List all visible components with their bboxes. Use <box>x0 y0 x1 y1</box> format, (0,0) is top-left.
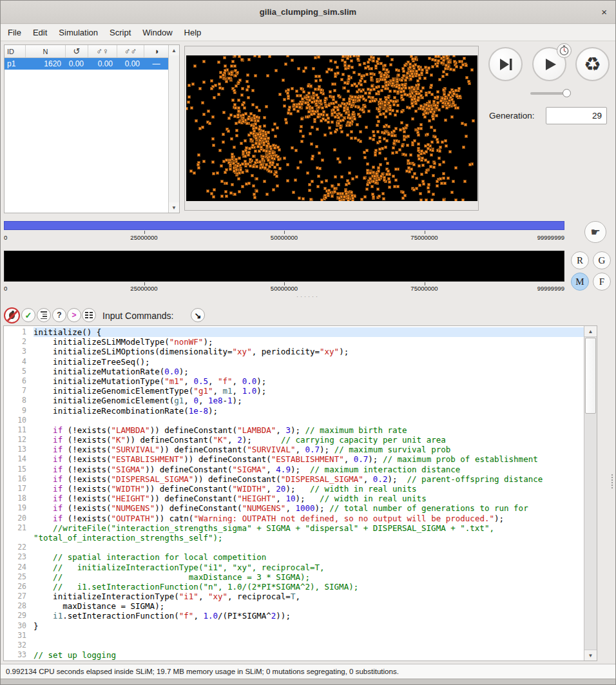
code-line[interactable]: "total_of_interaction_strengths_self"); <box>4 533 584 543</box>
column-header-id[interactable]: ID <box>5 45 26 57</box>
code-line[interactable]: 28 maxDistance = SIGMA); <box>4 601 584 611</box>
male-cloning-rate-icon[interactable]: ♂♂ <box>117 45 144 57</box>
slider-knob[interactable] <box>563 89 571 97</box>
execute-button[interactable]: ↘ <box>191 308 205 322</box>
prettyprint-icon <box>41 311 47 319</box>
check-script-button[interactable]: ✓ <box>21 308 35 322</box>
generation-label: Generation: <box>489 111 535 121</box>
selfing-rate-icon[interactable]: ↺ <box>66 45 88 57</box>
horizontal-splitter[interactable]: ······ <box>1 293 615 300</box>
code-line[interactable]: 22 <box>4 543 584 552</box>
menu-edit[interactable]: Edit <box>27 25 53 40</box>
code-line[interactable]: 6 initializeMutationType("m1", 0.5, "f",… <box>4 376 584 386</box>
code-line[interactable]: 19 if (!exists("NUMGENS")) defineConstan… <box>4 503 584 513</box>
code-line[interactable]: 1initialize() { <box>4 327 584 337</box>
window-title: gilia_clumping_sim.slim <box>260 7 356 17</box>
prettyprint-button[interactable] <box>37 308 51 322</box>
step-icon <box>497 57 514 72</box>
code-line[interactable]: 18 if (!exists("HEIGHT")) defineConstant… <box>4 494 584 503</box>
editor-scrollbar[interactable]: ▲ ▼ <box>584 326 597 661</box>
cell-selfing-rate: 0.00 <box>66 58 88 70</box>
input-commands-label: Input Commands: <box>102 311 174 321</box>
checkmark-icon: ✓ <box>25 311 32 320</box>
code-line[interactable]: 8 initializeGenomicElement(g1, 0, 1e8-1)… <box>4 396 584 405</box>
cell-female-cloning-rate: 0.00 <box>88 58 117 70</box>
chromosome-detail-view[interactable] <box>4 251 564 282</box>
show-fixed-substitutions-button[interactable]: F <box>593 273 611 291</box>
code-line[interactable]: 5 initializeMutationRate(0.0); <box>4 367 584 376</box>
code-line[interactable]: 29 i1.setInteractionFunction("f", 1.0/(P… <box>4 611 584 621</box>
scroll-up-icon[interactable]: ▲ <box>584 326 597 337</box>
show-genomic-elements-button[interactable]: G <box>593 251 611 269</box>
show-mutations-button[interactable]: M <box>571 273 589 291</box>
status-text: 0.992134 CPU seconds elapsed inside SLiM… <box>6 668 399 675</box>
status-bar: 0.992134 CPU seconds elapsed inside SLiM… <box>1 664 615 679</box>
scroll-up-icon[interactable]: ▲ <box>169 45 179 55</box>
code-line[interactable]: 31 <box>4 631 584 641</box>
code-line[interactable]: 24 // initializeInteractionType("i1", "x… <box>4 563 584 572</box>
code-line[interactable]: 10 <box>4 416 584 425</box>
debug-output-disabled-button[interactable] <box>4 307 20 323</box>
code-line[interactable]: 17 if (!exists("WIDTH")) defineConstant(… <box>4 484 584 494</box>
code-line[interactable]: 13 if (!exists("SURVIVAL")) defineConsta… <box>4 445 584 454</box>
menu-script[interactable]: Script <box>104 25 137 40</box>
close-icon[interactable]: × <box>601 6 607 17</box>
show-console-button[interactable]: > <box>67 308 81 322</box>
population-spatial-view[interactable] <box>184 46 479 211</box>
tick-label: 0 <box>4 234 7 241</box>
code-line[interactable]: 15 if (!exists("SIGMA")) defineConstant(… <box>4 465 584 474</box>
female-cloning-rate-icon[interactable]: ♂♀ <box>88 45 117 57</box>
tick-label: 99999999 <box>537 234 564 241</box>
table-row[interactable]: p1 1620 0.00 0.00 0.00 — <box>5 58 168 70</box>
scrollbar-thumb[interactable] <box>585 338 596 414</box>
cell-male-cloning-rate: 0.00 <box>117 58 144 70</box>
tick-label: 25000000 <box>130 285 157 292</box>
console-prompt-icon: > <box>72 311 76 320</box>
code-line[interactable]: 21 //writeFile("interaction_strengths_si… <box>4 523 584 533</box>
code-line[interactable]: 32 <box>4 641 584 650</box>
menu-help[interactable]: Help <box>178 25 207 40</box>
code-line[interactable]: 25 // maxDistance = 3 * SIGMA); <box>4 572 584 582</box>
show-recombination-button[interactable]: R <box>571 251 589 269</box>
code-line[interactable]: 27 initializeInteractionType("i1", "xy",… <box>4 592 584 601</box>
menu-file[interactable]: File <box>2 25 27 40</box>
chromosome-action-button[interactable]: ☛ <box>584 221 606 243</box>
menu-window[interactable]: Window <box>137 25 178 40</box>
code-line[interactable]: 3 initializeSLiMOptions(dimensionality="… <box>4 347 584 356</box>
code-line[interactable]: 23 // spatial interaction for local comp… <box>4 552 584 562</box>
code-line[interactable]: 2 initializeSLiMModelType("nonWF"); <box>4 337 584 347</box>
code-line[interactable]: 4 initializeTreeSeq(); <box>4 357 584 367</box>
code-line[interactable]: 33// set up logging <box>4 650 584 660</box>
code-line[interactable]: 7 initializeGenomicElementType("g1", m1,… <box>4 386 584 396</box>
code-text-area[interactable]: 1initialize() {2 initializeSLiMModelType… <box>4 326 584 661</box>
generation-field[interactable]: 29 <box>546 107 607 124</box>
sex-ratio-icon[interactable]: ◑ <box>144 45 168 57</box>
code-line[interactable]: 14 if (!exists("ESTABLISHMENT")) defineC… <box>4 454 584 464</box>
table-scrollbar[interactable]: ▲ ▼ <box>168 45 179 213</box>
play-speed-slider[interactable] <box>530 89 570 98</box>
cell-subpop-size: 1620 <box>26 58 66 70</box>
execute-arrow-icon: ↘ <box>195 311 202 320</box>
recycle-button[interactable]: ♻ <box>575 47 610 81</box>
code-line[interactable]: 11 if (!exists("LAMBDA")) defineConstant… <box>4 425 584 435</box>
right-pane-splitter-grip[interactable] <box>611 474 613 488</box>
code-line[interactable]: 20 if (!exists("OUTPATH")) catn("Warning… <box>4 514 584 523</box>
window-bottom-edge <box>1 679 615 685</box>
code-line[interactable]: 9 initializeRecombinationRate(1e-8); <box>4 406 584 416</box>
step-button[interactable] <box>488 47 523 81</box>
jump-to-block-button[interactable] <box>82 308 96 322</box>
script-help-button[interactable]: ? <box>52 308 66 322</box>
code-line[interactable]: 26 // i1.setInteractionFunction("n", 1.0… <box>4 582 584 592</box>
speed-timer-icon[interactable] <box>557 43 572 58</box>
code-line[interactable]: 30} <box>4 621 584 631</box>
scroll-down-icon[interactable]: ▼ <box>169 202 179 213</box>
column-header-n[interactable]: N <box>26 45 66 57</box>
tick-label: 75000000 <box>410 234 438 241</box>
table-header: ID N ↺ ♂♀ ♂♂ ◑ <box>5 45 168 58</box>
code-line[interactable]: 12 if (!exists("K")) defineConstant("K",… <box>4 435 584 445</box>
scroll-down-icon[interactable]: ▼ <box>584 650 597 661</box>
code-line[interactable]: 16 if (!exists("DISPERSAL_SIGMA")) defin… <box>4 474 584 484</box>
play-icon <box>542 57 557 72</box>
chromosome-overview-bar[interactable] <box>4 221 564 230</box>
menu-simulation[interactable]: Simulation <box>53 25 104 40</box>
